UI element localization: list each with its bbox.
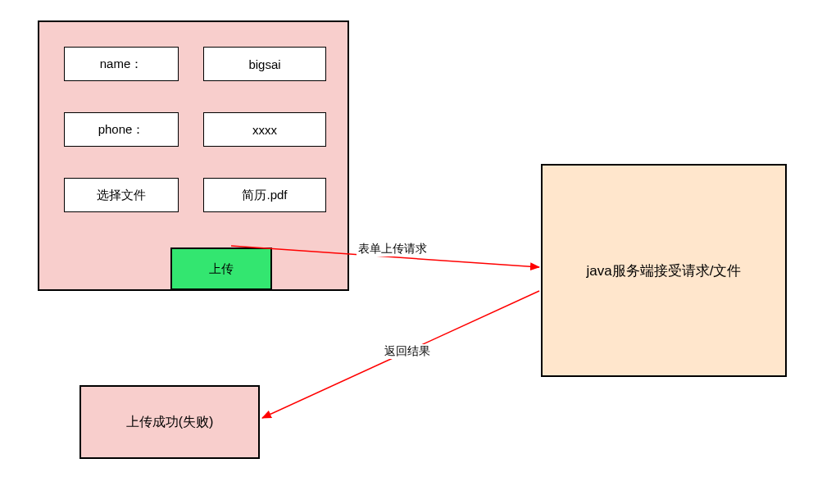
upload-button-label: 上传 xyxy=(209,261,234,277)
edge-label-request: 表单上传请求 xyxy=(357,242,429,257)
field-value-phone: xxxx xyxy=(203,112,326,147)
result-box: 上传成功(失败) xyxy=(79,385,260,459)
edge-label-response: 返回结果 xyxy=(383,344,432,359)
server-label: java服务端接受请求/文件 xyxy=(587,261,742,280)
form-panel: name： bigsai phone： xxxx 选择文件 简历.pdf 上传 xyxy=(38,20,349,291)
field-label-name: name： xyxy=(64,47,179,81)
server-box: java服务端接受请求/文件 xyxy=(541,164,787,377)
field-label-text: phone： xyxy=(98,122,145,138)
field-value-file: 简历.pdf xyxy=(203,178,326,212)
field-label-phone: phone： xyxy=(64,112,179,147)
field-value-text: xxxx xyxy=(252,123,277,137)
field-label-text: 选择文件 xyxy=(97,188,146,203)
field-value-name: bigsai xyxy=(203,47,326,81)
field-label-text: name： xyxy=(100,57,143,72)
upload-button[interactable]: 上传 xyxy=(170,247,272,290)
diagram-canvas: name： bigsai phone： xxxx 选择文件 简历.pdf 上传 … xyxy=(0,0,813,504)
field-label-file[interactable]: 选择文件 xyxy=(64,178,179,212)
result-label: 上传成功(失败) xyxy=(126,414,214,431)
field-value-text: 简历.pdf xyxy=(242,188,287,203)
field-value-text: bigsai xyxy=(248,57,280,71)
